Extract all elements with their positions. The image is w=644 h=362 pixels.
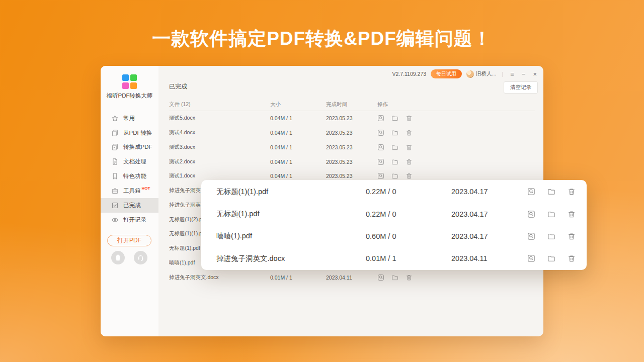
folder-icon[interactable] — [391, 158, 398, 165]
page-title: 已完成 — [169, 82, 187, 91]
file-name: 掉进兔子洞英文.docx — [169, 274, 270, 281]
from-pdf-icon — [111, 129, 119, 137]
trash-icon[interactable] — [406, 144, 413, 151]
folder-icon[interactable] — [391, 115, 398, 122]
qq-icon — [114, 253, 122, 262]
preview-icon[interactable] — [377, 274, 384, 281]
file-name: 测试3.docx — [169, 144, 270, 151]
table-row: 测试3.docx 0.04M / 1 2023.05.23 — [169, 140, 536, 155]
trial-badge[interactable]: 每日试用 — [431, 69, 462, 78]
toolbox-icon — [111, 187, 119, 195]
sidebar-history-item[interactable]: 打开记录 — [101, 213, 158, 227]
table-row: 测试4.docx 0.04M / 1 2023.05.23 — [169, 126, 536, 140]
file-date: 2023.05.23 — [326, 115, 377, 121]
trash-icon[interactable] — [406, 274, 413, 281]
trash-icon[interactable] — [406, 158, 413, 165]
sidebar-nav-item[interactable]: 从PDF转换 — [101, 126, 158, 140]
hot-badge: HOT — [142, 186, 150, 191]
folder-icon[interactable] — [391, 144, 398, 151]
trash-icon[interactable] — [406, 172, 413, 179]
titlebar: V2.7.1109.273 每日试用 旧桥人... | ≡ − × — [158, 66, 543, 78]
folder-icon[interactable] — [391, 129, 398, 136]
folder-icon[interactable] — [547, 232, 555, 240]
open-pdf-button[interactable]: 打开PDF — [107, 235, 151, 246]
sidebar-item-label: 打开记录 — [123, 216, 146, 224]
folder-icon[interactable] — [547, 254, 555, 262]
sidebar-nav-item[interactable]: 文档处理 — [101, 154, 158, 169]
file-date: 2023.04.17 — [451, 188, 527, 196]
file-size: 0.04M / 1 — [270, 159, 326, 165]
to-pdf-icon — [111, 143, 119, 151]
col-header-ops: 操作 — [377, 101, 388, 108]
folder-icon[interactable] — [547, 210, 555, 218]
file-size: 0.04M / 1 — [270, 173, 326, 179]
bookmark-icon — [111, 172, 119, 180]
sidebar-nav-item[interactable]: 转换成PDF — [101, 140, 158, 155]
preview-icon[interactable] — [377, 158, 384, 165]
sidebar-history-item[interactable]: 已完成 — [101, 198, 158, 213]
sidebar-nav: 常用 从PDF转换 转换成PDF 文档处理 — [101, 111, 158, 198]
account-button[interactable]: 旧桥人... — [466, 70, 496, 78]
preview-icon[interactable] — [377, 144, 384, 151]
file-date: 2023.04.17 — [451, 210, 527, 218]
app-logo-icon — [122, 74, 137, 89]
logo-square-green — [130, 74, 137, 81]
sidebar: 福昕PDF转换大师 常用 从PDF转换 转换成PDF — [101, 66, 158, 336]
logo-square-blue — [122, 74, 129, 81]
trash-icon[interactable] — [406, 115, 413, 122]
preview-icon[interactable] — [527, 188, 535, 196]
sidebar-item-label: 文档处理 — [123, 158, 146, 165]
check-square-icon — [111, 202, 119, 209]
sidebar-nav-item[interactable]: 特色功能 — [101, 169, 158, 184]
file-date: 2023.04.11 — [451, 254, 527, 262]
magnified-rows: 无标题(1)(1).pdf 0.22M / 0 2023.04.17 — [216, 180, 579, 270]
trash-icon[interactable] — [406, 129, 413, 136]
file-size: 0.04M / 1 — [270, 115, 326, 121]
contact-buttons — [111, 251, 147, 264]
sidebar-nav-item[interactable]: 常用 — [101, 111, 158, 126]
preview-icon[interactable] — [527, 210, 535, 218]
file-size: 0.22M / 0 — [366, 188, 451, 196]
file-name: 测试4.docx — [169, 129, 270, 136]
sidebar-history-nav: 已完成 打开记录 — [101, 198, 158, 227]
folder-icon[interactable] — [391, 274, 398, 281]
close-icon[interactable]: × — [531, 71, 538, 77]
star-icon — [111, 115, 119, 122]
sidebar-nav-item[interactable]: 工具箱 HOT — [101, 184, 158, 198]
file-name: 测试2.docx — [169, 158, 270, 165]
sidebar-item-label: 常用 — [123, 115, 135, 122]
file-date: 2023.05.23 — [326, 159, 377, 165]
preview-icon[interactable] — [377, 172, 384, 179]
support-contact-button[interactable] — [134, 251, 147, 264]
trash-icon[interactable] — [568, 232, 576, 240]
logo-square-orange — [130, 82, 137, 89]
username-label: 旧桥人... — [476, 70, 496, 77]
preview-icon[interactable] — [377, 129, 384, 136]
table-header: 文件 (12) 大小 完成时间 操作 — [169, 101, 536, 108]
sidebar-item-label: 已完成 — [123, 202, 141, 209]
file-date: 2023.05.23 — [326, 173, 377, 179]
trash-icon[interactable] — [568, 188, 576, 196]
app-name: 福昕PDF转换大师 — [101, 92, 158, 100]
magnified-row: 无标题(1)(1).pdf 0.22M / 0 2023.04.17 — [216, 180, 579, 203]
col-header-date: 完成时间 — [326, 101, 377, 108]
folder-icon[interactable] — [547, 188, 555, 196]
file-name: 测试1.docx — [169, 172, 270, 179]
file-name: 嘻嘻(1).pdf — [216, 231, 366, 241]
table-row: 测试2.docx 0.04M / 1 2023.05.23 — [169, 154, 536, 169]
menu-icon[interactable]: ≡ — [509, 71, 516, 77]
file-size: 0.22M / 0 — [366, 210, 451, 218]
file-size: 0.04M / 1 — [270, 130, 326, 136]
table-row: 测试5.docx 0.04M / 1 2023.05.23 — [169, 111, 536, 126]
clear-history-button[interactable]: 清空记录 — [504, 81, 538, 94]
trash-icon[interactable] — [568, 210, 576, 218]
file-name: 无标题(1).pdf — [216, 209, 366, 219]
qq-contact-button[interactable] — [111, 251, 125, 264]
folder-icon[interactable] — [391, 172, 398, 179]
preview-icon[interactable] — [377, 115, 384, 122]
minimize-icon[interactable]: − — [520, 71, 527, 77]
eye-icon — [111, 216, 119, 224]
preview-icon[interactable] — [527, 254, 535, 262]
trash-icon[interactable] — [568, 254, 576, 262]
preview-icon[interactable] — [527, 232, 535, 240]
